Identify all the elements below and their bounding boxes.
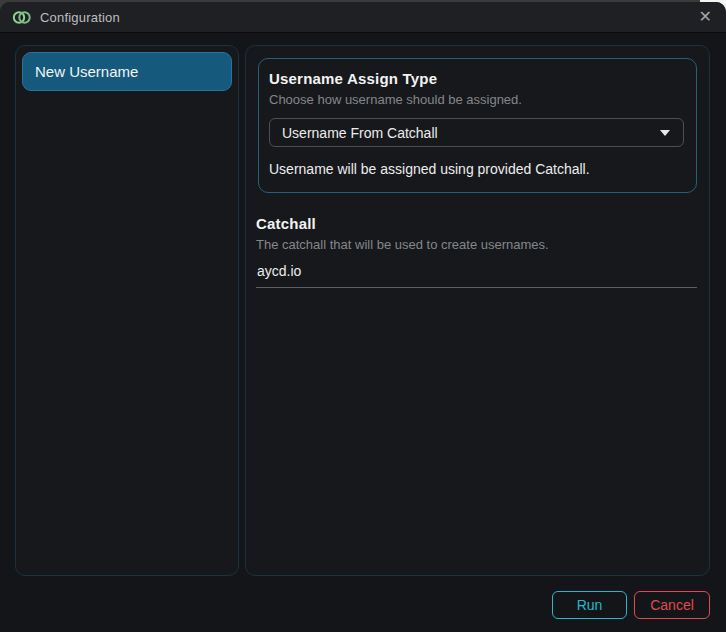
- cancel-button[interactable]: Cancel: [634, 591, 710, 619]
- sidebar-item-label: New Username: [35, 63, 138, 80]
- titlebar[interactable]: Configuration ✕: [0, 2, 726, 33]
- catchall-description: The catchall that will be used to create…: [256, 237, 697, 252]
- dialog-content: New Username Username Assign Type Choose…: [0, 33, 726, 631]
- window-title: Configuration: [40, 10, 120, 25]
- app-logo-icon: [12, 10, 32, 25]
- run-button[interactable]: Run: [552, 591, 627, 619]
- chevron-down-icon: [660, 130, 670, 136]
- assign-type-selected-value: Username From Catchall: [282, 125, 438, 141]
- catchall-input[interactable]: [256, 263, 697, 288]
- sidebar-item-new-username[interactable]: New Username: [22, 52, 232, 91]
- assign-type-dropdown[interactable]: Username From Catchall: [269, 118, 684, 147]
- assign-type-description: Choose how username should be assigned.: [269, 92, 684, 107]
- catchall-section: Catchall The catchall that will be used …: [256, 215, 697, 288]
- catchall-title: Catchall: [256, 215, 697, 232]
- configuration-dialog: Configuration ✕ New Username Username As…: [0, 2, 726, 632]
- assign-type-title: Username Assign Type: [269, 70, 684, 87]
- settings-panel: Username Assign Type Choose how username…: [245, 45, 710, 576]
- close-icon[interactable]: ✕: [697, 9, 714, 25]
- sidebar: New Username: [15, 45, 239, 576]
- username-assign-type-card: Username Assign Type Choose how username…: [258, 58, 697, 193]
- assign-type-note: Username will be assigned using provided…: [269, 161, 684, 177]
